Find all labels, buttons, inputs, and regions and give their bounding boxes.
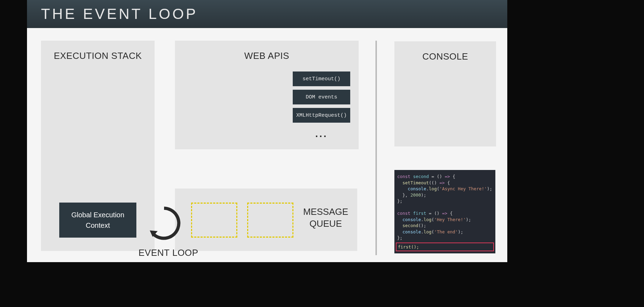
code-keyword: const: [397, 174, 411, 179]
code-fn: second: [402, 223, 418, 228]
code-keyword: const: [397, 211, 411, 216]
message-queue-panel: MESSAGE QUEUE: [175, 189, 357, 251]
code-block: const second = () => { setTimeout(() => …: [394, 170, 495, 253]
code-fn: setTimeout: [402, 180, 429, 185]
code-string: 'The end': [434, 229, 458, 234]
message-queue-slot-1: [191, 203, 237, 238]
code-fn: log: [429, 186, 437, 191]
global-execution-context-box: Global Execution Context: [59, 203, 136, 238]
code-obj: console: [408, 186, 426, 191]
code-fn: log: [423, 217, 432, 222]
console-title: CONSOLE: [394, 51, 496, 62]
code-string: 'Async Hey There!': [439, 186, 487, 191]
code-var: first: [413, 211, 426, 216]
event-loop-label: EVENT LOOP: [138, 247, 198, 258]
api-ellipsis: ...: [293, 128, 350, 139]
code-var: second: [413, 174, 429, 179]
slide-content: EXECUTION STACK Global Execution Context…: [27, 28, 507, 262]
api-item-settimeout: setTimeout(): [293, 71, 350, 86]
api-item-domevents: DOM events: [293, 90, 350, 104]
web-apis-list: setTimeout() DOM events XMLHttpRequest()…: [293, 71, 350, 139]
web-apis-panel: WEB APIS setTimeout() DOM events XMLHttp…: [175, 41, 359, 149]
global-execution-context-label: Global Execution Context: [71, 210, 124, 231]
slide-header: THE EVENT LOOP: [27, 0, 507, 28]
message-queue-title: MESSAGE QUEUE: [301, 206, 350, 230]
web-apis-title: WEB APIS: [175, 50, 359, 61]
slide-title: THE EVENT LOOP: [41, 6, 198, 22]
code-fn: log: [423, 229, 432, 234]
code-number: 2000: [411, 192, 421, 198]
api-item-xhr: XMLHttpRequest(): [293, 108, 350, 123]
code-obj: console: [402, 229, 421, 234]
code-string: 'Hey There!': [434, 217, 466, 222]
vertical-divider: [375, 41, 377, 255]
code-obj: console: [402, 217, 421, 222]
console-panel: CONSOLE: [394, 41, 496, 146]
execution-stack-panel: EXECUTION STACK Global Execution Context: [41, 41, 155, 251]
code-highlight-line: first();: [396, 243, 494, 252]
code-call: first();: [398, 244, 419, 250]
message-queue-slot-2: [247, 203, 293, 238]
slide: THE EVENT LOOP EXECUTION STACK Global Ex…: [27, 0, 507, 262]
execution-stack-title: EXECUTION STACK: [41, 50, 155, 61]
event-loop-icon: [146, 205, 182, 241]
